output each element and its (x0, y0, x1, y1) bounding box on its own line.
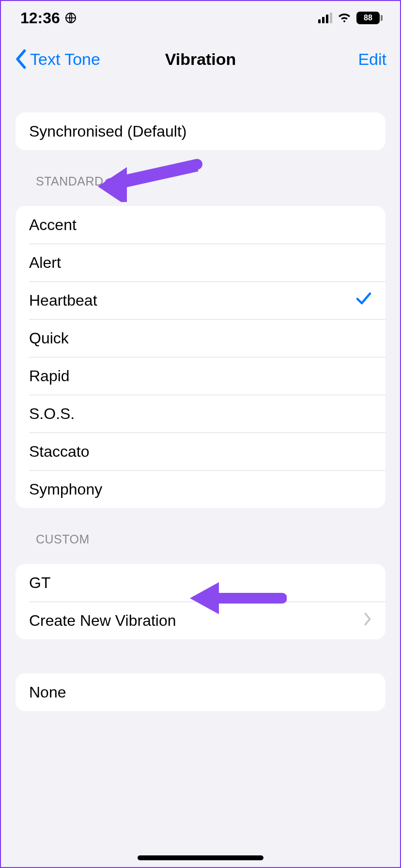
row-none[interactable]: None (15, 673, 386, 711)
section-header-standard: STANDARD (15, 150, 386, 194)
default-group: Synchronised (Default) (15, 112, 386, 150)
content: Synchronised (Default) STANDARD AccentAl… (1, 112, 400, 711)
row-label: Symphony (29, 480, 102, 498)
row-label: Heartbeat (29, 292, 97, 310)
row-label: Quick (29, 329, 69, 347)
row-label: GT (29, 574, 50, 592)
row-standard-quick[interactable]: Quick (15, 319, 386, 357)
row-label: Alert (29, 254, 61, 272)
row-label: S.O.S. (29, 405, 75, 423)
back-button[interactable]: Text Tone (15, 49, 100, 69)
wifi-icon (337, 13, 352, 23)
checkmark-icon (355, 290, 372, 310)
row-standard-symphony[interactable]: Symphony (15, 470, 386, 508)
battery-pct: 88 (364, 14, 372, 22)
battery-icon: 88 (356, 12, 383, 24)
row-label: Rapid (29, 367, 70, 385)
status-right: 88 (318, 12, 383, 24)
cellular-signal-icon (318, 13, 332, 23)
chevron-right-icon (363, 612, 372, 630)
row-standard-accent[interactable]: Accent (15, 206, 386, 244)
globe-icon (65, 12, 77, 24)
row-standard-staccato[interactable]: Staccato (15, 433, 386, 470)
row-label: Create New Vibration (29, 612, 176, 630)
row-create-new-vibration[interactable]: Create New Vibration (15, 602, 386, 639)
row-label: None (29, 683, 66, 701)
row-synchronised-default[interactable]: Synchronised (Default) (15, 112, 386, 150)
row-standard-alert[interactable]: Alert (15, 244, 386, 281)
status-bar: 12:36 88 (1, 1, 400, 35)
back-label: Text Tone (30, 50, 100, 69)
edit-button[interactable]: Edit (358, 50, 386, 69)
row-custom-gt[interactable]: GT (15, 564, 386, 602)
nav-bar: Text Tone Vibration Edit (1, 35, 400, 83)
row-label: Staccato (29, 443, 90, 461)
section-header-custom: CUSTOM (15, 508, 386, 552)
home-indicator (138, 855, 263, 860)
chevron-left-icon (15, 49, 28, 69)
row-label: Accent (29, 216, 77, 234)
status-left: 12:36 (20, 9, 77, 27)
row-label: Synchronised (Default) (29, 123, 186, 140)
row-standard-heartbeat[interactable]: Heartbeat (15, 281, 386, 319)
none-group: None (15, 673, 386, 711)
row-standard-rapid[interactable]: Rapid (15, 357, 386, 395)
standard-group: AccentAlertHeartbeatQuickRapidS.O.S.Stac… (15, 206, 386, 508)
status-time: 12:36 (20, 9, 60, 27)
custom-group: GT Create New Vibration (15, 564, 386, 639)
row-standard-s-o-s-[interactable]: S.O.S. (15, 395, 386, 433)
